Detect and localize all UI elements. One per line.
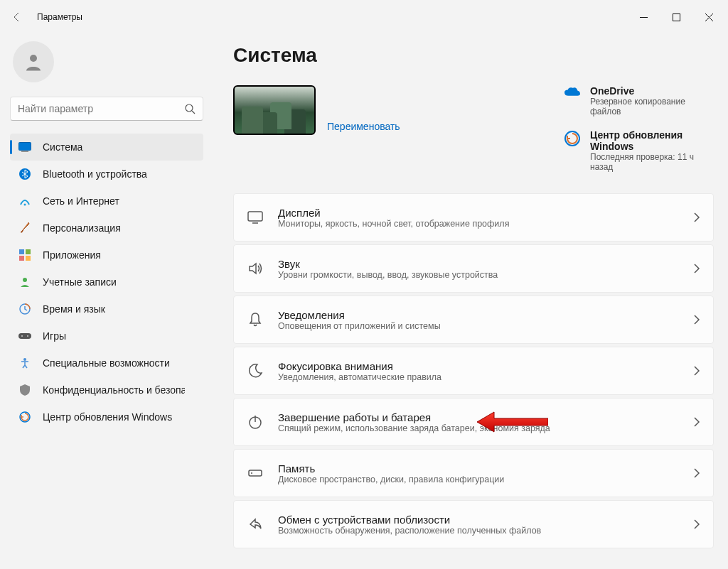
setting-sub: Спящий режим, использование заряда батар…: [278, 423, 693, 433]
back-button[interactable]: [3, 0, 31, 34]
setting-display[interactable]: ДисплейМониторы, яркость, ночной свет, о…: [233, 193, 714, 242]
sidebar-item-label: Конфиденциальность и безопасность: [43, 384, 185, 396]
sidebar-item-privacy[interactable]: Конфиденциальность и безопасность: [10, 376, 203, 403]
setting-title: Звук: [278, 258, 693, 270]
accessibility-icon: [18, 357, 31, 369]
svg-line-4: [192, 111, 195, 114]
sidebar-item-accessibility[interactable]: Специальные возможности: [10, 349, 203, 376]
user-block[interactable]: [10, 37, 203, 97]
setting-title: Память: [278, 462, 693, 475]
sidebar-item-label: Сеть и Интернет: [43, 195, 119, 207]
titlebar: Параметры: [0, 0, 728, 34]
update-sub: Последняя проверка: 11 ч назад: [590, 152, 714, 172]
storage-icon: [247, 465, 264, 482]
sidebar-item-system[interactable]: Система: [10, 134, 203, 161]
window-title: Параметры: [37, 12, 82, 22]
svg-point-3: [186, 104, 193, 112]
setting-notifications[interactable]: УведомленияОповещения от приложений и си…: [233, 296, 714, 344]
svg-point-8: [24, 204, 26, 206]
sidebar-item-bluetooth[interactable]: Bluetooth и устройства: [10, 161, 203, 188]
sidebar-item-windows-update[interactable]: Центр обновления Windows: [10, 403, 203, 430]
svg-point-18: [23, 358, 26, 361]
svg-rect-10: [26, 249, 31, 254]
svg-rect-5: [19, 143, 31, 151]
search-input[interactable]: [18, 103, 184, 114]
sidebar-item-accounts[interactable]: Учетные записи: [10, 269, 203, 296]
settings-list: ДисплейМониторы, яркость, ночной свет, о…: [233, 193, 714, 548]
svg-rect-25: [249, 470, 262, 476]
sidebar-item-apps[interactable]: Приложения: [10, 242, 203, 269]
sidebar-item-label: Приложения: [43, 249, 101, 261]
update-info[interactable]: Центр обновления Windows Последняя прове…: [564, 129, 714, 172]
system-icon: [18, 141, 31, 153]
setting-storage[interactable]: ПамятьДисковое пространство, диски, прав…: [233, 449, 714, 497]
nav: Система Bluetooth и устройства Сеть и Ин…: [10, 134, 203, 430]
device-thumbnail[interactable]: [233, 85, 316, 135]
maximize-button[interactable]: [660, 0, 692, 34]
onedrive-info[interactable]: OneDrive Резервное копирование файлов: [564, 85, 714, 116]
setting-focus[interactable]: Фокусировка вниманияУведомления, автомат…: [233, 347, 714, 395]
brush-icon: [18, 222, 31, 234]
bluetooth-icon: [18, 168, 31, 180]
accounts-icon: [18, 276, 31, 288]
setting-sub: Возможность обнаружения, расположение по…: [278, 526, 693, 536]
svg-rect-12: [26, 256, 31, 261]
network-icon: [18, 195, 31, 207]
sidebar-item-gaming[interactable]: Игры: [10, 323, 203, 349]
display-icon: [247, 209, 264, 226]
apps-icon: [18, 249, 31, 261]
svg-rect-11: [19, 256, 24, 261]
sidebar-item-time-language[interactable]: Время и язык: [10, 296, 203, 323]
setting-title: Уведомления: [278, 309, 693, 321]
sidebar-item-label: Игры: [43, 330, 66, 342]
setting-sound[interactable]: ЗвукУровни громкости, вывод, ввод, звуко…: [233, 244, 714, 293]
onedrive-sub: Резервное копирование файлов: [590, 97, 714, 116]
svg-rect-15: [18, 333, 31, 339]
svg-point-17: [27, 335, 28, 337]
update-icon: [18, 411, 31, 423]
sidebar-item-label: Учетные записи: [43, 276, 117, 288]
device-info: Переименовать: [327, 85, 400, 135]
sidebar-item-network[interactable]: Сеть и Интернет: [10, 188, 203, 215]
svg-rect-1: [673, 13, 680, 21]
page-title: Система: [233, 44, 714, 67]
device-block: Переименовать: [233, 85, 400, 135]
setting-nearby-share[interactable]: Обмен с устройствами поблизостиВозможнос…: [233, 500, 714, 548]
share-icon: [247, 516, 264, 533]
windows-update-icon: [564, 131, 580, 146]
rename-link[interactable]: Переименовать: [327, 121, 400, 132]
svg-rect-9: [19, 249, 24, 254]
sidebar: Система Bluetooth и устройства Сеть и Ин…: [0, 34, 213, 569]
setting-title: Завершение работы и батарея: [278, 411, 693, 423]
setting-sub: Уровни громкости, вывод, ввод, звуковые …: [278, 270, 693, 280]
device-info-row: Переименовать OneDrive Резервное копиров…: [233, 85, 714, 172]
time-icon: [18, 303, 31, 315]
sidebar-item-label: Специальные возможности: [43, 357, 170, 369]
search-box[interactable]: [10, 97, 203, 121]
onedrive-title: OneDrive: [590, 85, 714, 97]
svg-point-2: [30, 55, 37, 62]
setting-title: Обмен с устройствами поблизости: [278, 514, 693, 526]
sidebar-item-personalization[interactable]: Персонализация: [10, 215, 203, 242]
svg-rect-6: [21, 151, 28, 153]
chevron-right-icon: [693, 212, 700, 222]
update-title: Центр обновления Windows: [590, 129, 714, 152]
sidebar-item-label: Персонализация: [43, 222, 121, 234]
sidebar-item-label: Время и язык: [43, 303, 105, 315]
setting-title: Дисплей: [278, 207, 693, 219]
chevron-right-icon: [693, 315, 700, 325]
onedrive-icon: [564, 87, 580, 102]
svg-point-13: [23, 278, 27, 282]
sidebar-item-label: Bluetooth и устройства: [43, 168, 147, 180]
setting-sub: Дисковое пространство, диски, правила ко…: [278, 475, 693, 484]
main-content: Система Переименовать OneDrive Резервное…: [213, 34, 728, 569]
setting-title: Фокусировка внимания: [278, 360, 693, 372]
close-button[interactable]: [692, 0, 725, 34]
minimize-button[interactable]: [627, 0, 660, 34]
avatar: [13, 41, 54, 82]
setting-power[interactable]: Завершение работы и батареяСпящий режим,…: [233, 398, 714, 446]
svg-rect-21: [248, 212, 262, 221]
setting-sub: Уведомления, автоматические правила: [278, 372, 693, 382]
power-icon: [247, 413, 264, 430]
chevron-right-icon: [693, 519, 700, 529]
